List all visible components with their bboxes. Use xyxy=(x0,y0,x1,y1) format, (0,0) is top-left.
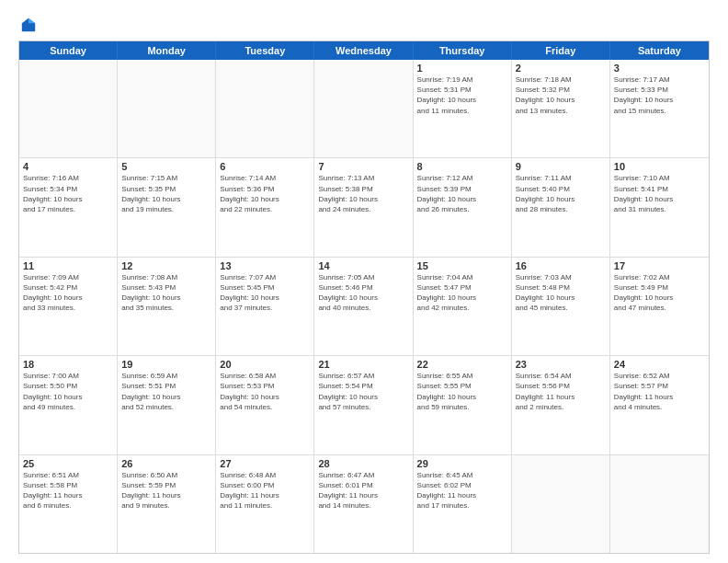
day-number: 12 xyxy=(121,260,211,271)
day-number: 25 xyxy=(23,458,113,469)
day-number: 13 xyxy=(220,260,310,271)
day-number: 27 xyxy=(220,458,310,469)
calendar-row-4: 18Sunrise: 7:00 AM Sunset: 5:50 PM Dayli… xyxy=(19,356,709,454)
calendar-cell: 9Sunrise: 7:11 AM Sunset: 5:40 PM Daylig… xyxy=(512,158,610,256)
day-number: 1 xyxy=(417,63,507,74)
header-day-monday: Monday xyxy=(118,41,216,60)
calendar-cell: 10Sunrise: 7:10 AM Sunset: 5:41 PM Dayli… xyxy=(610,158,709,256)
calendar-cell: 17Sunrise: 7:02 AM Sunset: 5:49 PM Dayli… xyxy=(610,258,709,355)
day-info: Sunrise: 7:09 AM Sunset: 5:42 PM Dayligh… xyxy=(23,272,113,314)
calendar-cell: 29Sunrise: 6:45 AM Sunset: 6:02 PM Dayli… xyxy=(414,455,512,553)
day-number: 17 xyxy=(614,260,705,271)
calendar-cell: 23Sunrise: 6:54 AM Sunset: 5:56 PM Dayli… xyxy=(512,356,610,454)
day-info: Sunrise: 6:51 AM Sunset: 5:58 PM Dayligh… xyxy=(23,470,113,511)
calendar-header: SundayMondayTuesdayWednesdayThursdayFrid… xyxy=(19,41,709,60)
calendar-row-1: 1Sunrise: 7:19 AM Sunset: 5:31 PM Daylig… xyxy=(19,60,709,158)
header-day-thursday: Thursday xyxy=(414,41,512,60)
day-info: Sunrise: 7:10 AM Sunset: 5:41 PM Dayligh… xyxy=(614,173,705,214)
calendar-cell: 12Sunrise: 7:08 AM Sunset: 5:43 PM Dayli… xyxy=(118,258,216,355)
calendar-cell xyxy=(216,60,314,157)
calendar-row-3: 11Sunrise: 7:09 AM Sunset: 5:42 PM Dayli… xyxy=(19,258,709,356)
calendar-cell: 3Sunrise: 7:17 AM Sunset: 5:33 PM Daylig… xyxy=(610,60,709,157)
calendar-cell: 18Sunrise: 7:00 AM Sunset: 5:50 PM Dayli… xyxy=(19,356,118,454)
day-info: Sunrise: 7:17 AM Sunset: 5:33 PM Dayligh… xyxy=(614,75,705,116)
calendar-cell: 6Sunrise: 7:14 AM Sunset: 5:36 PM Daylig… xyxy=(216,158,314,256)
calendar-cell: 19Sunrise: 6:59 AM Sunset: 5:51 PM Dayli… xyxy=(118,356,216,454)
day-number: 9 xyxy=(516,161,606,172)
day-number: 16 xyxy=(516,260,606,271)
day-info: Sunrise: 6:57 AM Sunset: 5:54 PM Dayligh… xyxy=(318,371,408,412)
logo-icon xyxy=(20,17,37,33)
day-number: 26 xyxy=(121,458,211,469)
day-number: 6 xyxy=(220,161,310,172)
calendar: SundayMondayTuesdayWednesdayThursdayFrid… xyxy=(18,40,710,554)
day-info: Sunrise: 7:11 AM Sunset: 5:40 PM Dayligh… xyxy=(516,173,606,214)
header-day-friday: Friday xyxy=(512,41,610,60)
calendar-cell: 21Sunrise: 6:57 AM Sunset: 5:54 PM Dayli… xyxy=(314,356,413,454)
calendar-cell xyxy=(118,60,216,157)
header-day-saturday: Saturday xyxy=(610,41,709,60)
day-number: 3 xyxy=(614,63,705,74)
day-info: Sunrise: 7:16 AM Sunset: 5:34 PM Dayligh… xyxy=(23,173,113,214)
day-number: 24 xyxy=(614,359,705,370)
page: SundayMondayTuesdayWednesdayThursdayFrid… xyxy=(0,0,728,563)
day-info: Sunrise: 7:12 AM Sunset: 5:39 PM Dayligh… xyxy=(417,173,507,214)
calendar-cell: 25Sunrise: 6:51 AM Sunset: 5:58 PM Dayli… xyxy=(19,455,118,553)
day-info: Sunrise: 6:55 AM Sunset: 5:55 PM Dayligh… xyxy=(417,371,507,412)
day-info: Sunrise: 7:13 AM Sunset: 5:38 PM Dayligh… xyxy=(318,173,408,214)
day-number: 22 xyxy=(417,359,507,370)
calendar-cell: 8Sunrise: 7:12 AM Sunset: 5:39 PM Daylig… xyxy=(414,158,512,256)
calendar-cell: 27Sunrise: 6:48 AM Sunset: 6:00 PM Dayli… xyxy=(216,455,314,553)
day-number: 19 xyxy=(121,359,211,370)
day-number: 15 xyxy=(417,260,507,271)
day-info: Sunrise: 6:52 AM Sunset: 5:57 PM Dayligh… xyxy=(614,371,705,412)
day-number: 8 xyxy=(417,161,507,172)
header-day-wednesday: Wednesday xyxy=(314,41,413,60)
calendar-cell: 16Sunrise: 7:03 AM Sunset: 5:48 PM Dayli… xyxy=(512,258,610,355)
svg-marker-1 xyxy=(28,18,35,23)
calendar-cell: 22Sunrise: 6:55 AM Sunset: 5:55 PM Dayli… xyxy=(414,356,512,454)
day-info: Sunrise: 7:07 AM Sunset: 5:45 PM Dayligh… xyxy=(220,272,310,314)
day-info: Sunrise: 7:19 AM Sunset: 5:31 PM Dayligh… xyxy=(417,75,507,116)
calendar-cell: 26Sunrise: 6:50 AM Sunset: 5:59 PM Dayli… xyxy=(118,455,216,553)
day-info: Sunrise: 7:02 AM Sunset: 5:49 PM Dayligh… xyxy=(614,272,705,314)
day-number: 28 xyxy=(318,458,408,469)
calendar-cell: 14Sunrise: 7:05 AM Sunset: 5:46 PM Dayli… xyxy=(314,258,413,355)
calendar-cell: 20Sunrise: 6:58 AM Sunset: 5:53 PM Dayli… xyxy=(216,356,314,454)
day-number: 29 xyxy=(417,458,507,469)
day-info: Sunrise: 6:47 AM Sunset: 6:01 PM Dayligh… xyxy=(318,470,408,511)
day-number: 11 xyxy=(23,260,113,271)
day-info: Sunrise: 7:05 AM Sunset: 5:46 PM Dayligh… xyxy=(318,272,408,314)
logo xyxy=(18,17,37,33)
calendar-row-2: 4Sunrise: 7:16 AM Sunset: 5:34 PM Daylig… xyxy=(19,158,709,257)
day-number: 10 xyxy=(614,161,705,172)
calendar-cell: 7Sunrise: 7:13 AM Sunset: 5:38 PM Daylig… xyxy=(314,158,413,256)
day-number: 14 xyxy=(318,260,408,271)
calendar-cell xyxy=(512,455,610,553)
calendar-cell xyxy=(19,60,118,157)
day-info: Sunrise: 7:04 AM Sunset: 5:47 PM Dayligh… xyxy=(417,272,507,314)
day-number: 2 xyxy=(516,63,606,74)
day-info: Sunrise: 7:08 AM Sunset: 5:43 PM Dayligh… xyxy=(121,272,211,314)
calendar-cell: 28Sunrise: 6:47 AM Sunset: 6:01 PM Dayli… xyxy=(314,455,413,553)
calendar-cell xyxy=(314,60,413,157)
day-info: Sunrise: 6:54 AM Sunset: 5:56 PM Dayligh… xyxy=(516,371,606,412)
calendar-cell: 15Sunrise: 7:04 AM Sunset: 5:47 PM Dayli… xyxy=(414,258,512,355)
day-number: 4 xyxy=(23,161,113,172)
day-number: 21 xyxy=(318,359,408,370)
calendar-cell: 11Sunrise: 7:09 AM Sunset: 5:42 PM Dayli… xyxy=(19,258,118,355)
day-number: 7 xyxy=(318,161,408,172)
calendar-cell xyxy=(610,455,709,553)
day-number: 20 xyxy=(220,359,310,370)
header-day-tuesday: Tuesday xyxy=(216,41,314,60)
header-day-sunday: Sunday xyxy=(19,41,118,60)
calendar-row-5: 25Sunrise: 6:51 AM Sunset: 5:58 PM Dayli… xyxy=(19,455,709,553)
calendar-cell: 5Sunrise: 7:15 AM Sunset: 5:35 PM Daylig… xyxy=(118,158,216,256)
calendar-cell: 24Sunrise: 6:52 AM Sunset: 5:57 PM Dayli… xyxy=(610,356,709,454)
day-info: Sunrise: 6:58 AM Sunset: 5:53 PM Dayligh… xyxy=(220,371,310,412)
calendar-cell: 13Sunrise: 7:07 AM Sunset: 5:45 PM Dayli… xyxy=(216,258,314,355)
day-info: Sunrise: 7:14 AM Sunset: 5:36 PM Dayligh… xyxy=(220,173,310,214)
day-info: Sunrise: 7:15 AM Sunset: 5:35 PM Dayligh… xyxy=(121,173,211,214)
calendar-cell: 2Sunrise: 7:18 AM Sunset: 5:32 PM Daylig… xyxy=(512,60,610,157)
header xyxy=(18,17,710,33)
